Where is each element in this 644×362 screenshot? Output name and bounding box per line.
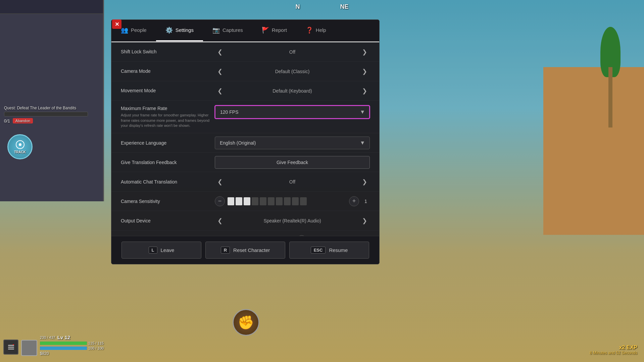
camera-sensitivity-bars	[228, 197, 346, 205]
give-feedback-button[interactable]: Give Feedback	[215, 156, 370, 169]
shift-lock-control: ❮ Off ❯	[215, 48, 370, 56]
cam-sens-bar-4	[260, 197, 266, 205]
camera-mode-next[interactable]: ❯	[359, 68, 370, 75]
shift-lock-next[interactable]: ❯	[359, 48, 370, 56]
auto-chat-translation-value: Off	[225, 179, 359, 185]
movement-mode-arrows: ❮ Default (Keyboard) ❯	[215, 87, 370, 95]
health-bar	[40, 342, 87, 345]
settings-modal: 👥 People ⚙️ Settings 📷 Captures 🚩 Report…	[111, 19, 380, 264]
mana-bar	[40, 347, 87, 350]
compass-north: N	[295, 3, 300, 10]
auto-chat-translation-arrows: ❮ Off ❯	[215, 178, 370, 186]
cam-sens-bar-6	[276, 197, 283, 205]
setting-shift-lock: Shift Lock Switch ❮ Off ❯	[111, 42, 379, 62]
camera-mode-prev[interactable]: ❮	[215, 68, 225, 75]
camera-sensitivity-label: Camera Sensitivity	[121, 198, 215, 204]
reset-label: Reset Character	[233, 247, 270, 253]
auto-chat-translation-next[interactable]: ❯	[359, 178, 370, 186]
shift-lock-prev[interactable]: ❮	[215, 48, 225, 56]
auto-chat-translation-label: Automatic Chat Translation	[121, 179, 215, 185]
cam-sens-bar-9	[300, 197, 307, 205]
tab-captures[interactable]: 📷 Captures	[203, 20, 252, 41]
tab-people-label: People	[131, 27, 147, 33]
building-left	[0, 0, 104, 201]
menu-icon[interactable]	[3, 340, 18, 355]
track-icon	[15, 140, 25, 150]
cam-sens-bar-2	[244, 197, 250, 205]
cam-sens-bar-3	[252, 197, 258, 205]
compass: N NE	[295, 3, 348, 10]
xp-bonus-label: x2 EXP	[590, 345, 637, 351]
resume-label: Resume	[329, 247, 348, 253]
tab-bar: 👥 People ⚙️ Settings 📷 Captures 🚩 Report…	[111, 20, 379, 42]
setting-give-translation-feedback: Give Translation Feedback Give Feedback	[111, 153, 379, 172]
building-right	[543, 67, 644, 235]
health-fill	[40, 342, 87, 345]
tab-report[interactable]: 🚩 Report	[252, 20, 296, 41]
camera-sensitivity-minus[interactable]: −	[215, 196, 225, 206]
tree-right	[597, 27, 624, 127]
hud-stats-block: 230 / 437 Lv 12 115 / 115 100 / 100 $820	[40, 334, 104, 356]
settings-content: Shift Lock Switch ❮ Off ❯ Camera Mode ❮ …	[111, 42, 379, 236]
svg-rect-2	[8, 345, 14, 346]
bottom-actions: L Leave R Reset Character ESC Resume	[111, 236, 379, 264]
hud-avatar	[21, 340, 37, 356]
reset-character-button[interactable]: R Reset Character	[205, 242, 285, 259]
captures-icon: 📷	[212, 27, 220, 34]
setting-movement-mode: Movement Mode ❮ Default (Keyboard) ❯	[111, 81, 379, 101]
output-device-label: Output Device	[121, 218, 215, 224]
experience-language-value: English (Original)	[220, 140, 365, 146]
output-device-value: Speaker (Realtek(R) Audio)	[225, 218, 359, 223]
camera-mode-label: Camera Mode	[121, 68, 215, 74]
tab-settings[interactable]: ⚙️ Settings	[156, 20, 203, 41]
quest-counter: 0/1	[4, 118, 10, 123]
cam-sens-bar-1	[236, 197, 242, 205]
quest-progress-bar	[4, 112, 88, 116]
auto-chat-translation-control: ❮ Off ❯	[215, 178, 370, 186]
setting-max-frame-rate: Maximum Frame Rate Adjust your frame rat…	[111, 101, 379, 133]
cam-sens-bar-0	[228, 197, 234, 205]
camera-sensitivity-plus[interactable]: +	[349, 196, 359, 206]
tab-help[interactable]: ❓ Help	[296, 20, 336, 41]
help-icon: ❓	[306, 27, 313, 34]
setting-camera-mode: Camera Mode ❮ Default (Classic) ❯	[111, 62, 379, 81]
camera-sensitivity-control: − + 1	[215, 196, 370, 206]
camera-mode-arrows: ❮ Default (Classic) ❯	[215, 68, 370, 75]
menu-lines-icon	[7, 344, 15, 351]
abandon-button[interactable]: Abandon	[13, 118, 33, 123]
tab-report-label: Report	[272, 27, 287, 33]
setting-output-device: Output Device ❮ Speaker (Realtek(R) Audi…	[111, 211, 379, 230]
output-device-prev[interactable]: ❮	[215, 217, 225, 224]
experience-language-control: English (Original) ▼	[215, 137, 370, 149]
resume-key: ESC	[311, 247, 326, 254]
money-label: $820	[40, 351, 104, 356]
movement-mode-label: Movement Mode	[121, 88, 215, 94]
hud-stats-label: 230 / 437	[40, 335, 55, 340]
shift-lock-label: Shift Lock Switch	[121, 49, 215, 55]
max-frame-rate-value: 120 FPS	[220, 109, 364, 115]
experience-language-dropdown-wrapper: English (Original) ▼	[215, 137, 370, 149]
movement-mode-value: Default (Keyboard)	[225, 88, 359, 94]
compass-northeast: NE	[340, 3, 348, 10]
auto-chat-translation-prev[interactable]: ❮	[215, 178, 225, 186]
movement-mode-prev[interactable]: ❮	[215, 87, 225, 95]
setting-camera-sensitivity: Camera Sensitivity − + 1	[111, 192, 379, 211]
cam-sens-bar-8	[292, 197, 299, 205]
resume-button[interactable]: ESC Resume	[289, 242, 369, 259]
output-device-next[interactable]: ❯	[359, 217, 370, 224]
experience-language-label: Experience Language	[121, 140, 215, 146]
tab-captures-label: Captures	[222, 27, 243, 33]
track-button[interactable]: TRACK	[7, 134, 33, 159]
report-icon: 🚩	[262, 27, 269, 34]
close-button[interactable]: ✕	[112, 19, 121, 29]
mana-fill	[40, 347, 87, 350]
camera-mode-value: Default (Classic)	[225, 69, 359, 74]
leave-button[interactable]: L Leave	[121, 242, 201, 259]
tab-settings-label: Settings	[176, 27, 194, 33]
movement-mode-next[interactable]: ❯	[359, 87, 370, 95]
movement-mode-control: ❮ Default (Keyboard) ❯	[215, 87, 370, 95]
max-frame-rate-dropdown[interactable]: 120 FPS	[215, 105, 370, 119]
shift-lock-value: Off	[225, 49, 359, 55]
give-translation-feedback-label: Give Translation Feedback	[121, 159, 215, 165]
experience-language-dropdown[interactable]: English (Original)	[215, 137, 370, 149]
